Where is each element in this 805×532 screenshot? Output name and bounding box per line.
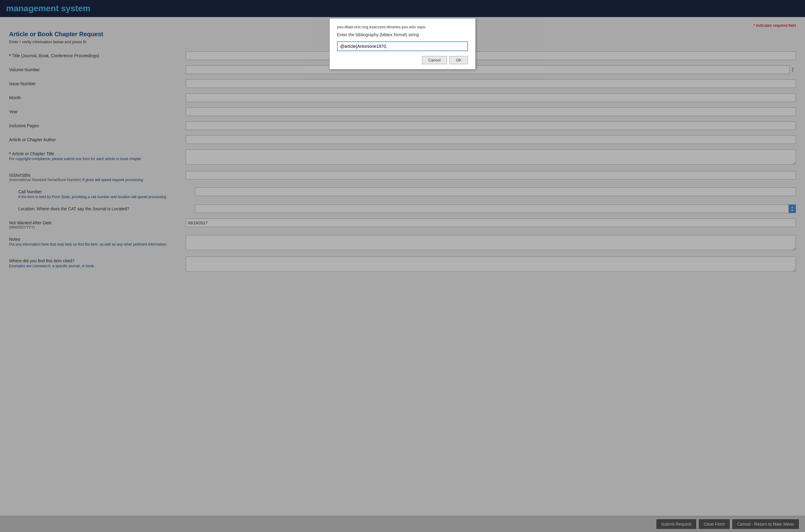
- modal-site: psu-illiad-oclc-org.ezaccess.libraries.p…: [337, 25, 468, 29]
- modal-cancel-button[interactable]: Cancel: [422, 56, 447, 64]
- modal-message: Enter the bibliography (bibtex format) s…: [337, 32, 468, 37]
- modal-box: psu-illiad-oclc-org.ezaccess.libraries.p…: [330, 18, 475, 70]
- modal-ok-button[interactable]: OK: [449, 56, 468, 64]
- modal-input[interactable]: [337, 41, 468, 51]
- modal-buttons: Cancel OK: [337, 56, 468, 64]
- modal-overlay: psu-illiad-oclc-org.ezaccess.libraries.p…: [0, 0, 805, 531]
